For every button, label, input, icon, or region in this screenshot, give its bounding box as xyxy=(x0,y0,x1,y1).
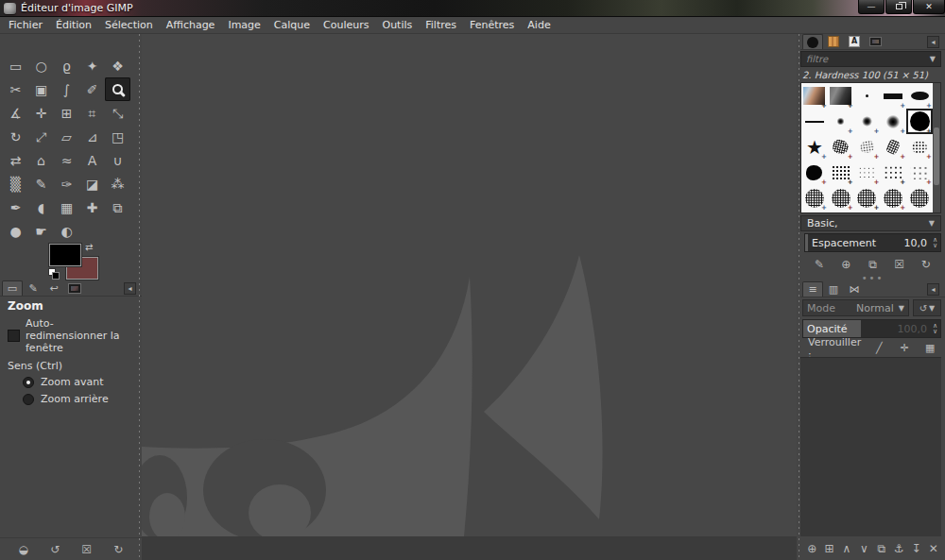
menu-fenetres[interactable]: Fenêtres xyxy=(463,18,521,32)
menu-fichier[interactable]: Fichier xyxy=(2,18,49,32)
new-brush-button[interactable]: ⊕ xyxy=(838,257,853,272)
brush-sparks-3[interactable]: + xyxy=(880,160,906,185)
auto-resize-checkbox[interactable] xyxy=(8,330,20,342)
tool-paintbrush[interactable]: ✑ xyxy=(54,172,79,195)
tool-rectangle-select[interactable]: ▭ xyxy=(3,54,28,77)
merge-layer-button[interactable]: ↧ xyxy=(908,541,923,556)
tool-blur-sharpen[interactable]: ● xyxy=(3,219,28,243)
layer-mode-reset-button[interactable]: ↺ ▼ xyxy=(913,299,941,316)
tool-pencil[interactable]: ✎ xyxy=(28,172,54,195)
tool-bucket-fill[interactable]: ∪ xyxy=(105,148,130,172)
brush-sparks-1[interactable]: + xyxy=(828,160,854,185)
delete-tool-preset-button[interactable]: ☒ xyxy=(79,542,94,557)
brush-texture-2[interactable]: + xyxy=(828,185,854,211)
tool-gradient[interactable]: ▒ xyxy=(3,172,28,195)
tool-measure[interactable]: ∡ xyxy=(3,101,28,125)
brush-acrylic-2[interactable]: + xyxy=(854,134,881,160)
brush-hline[interactable] xyxy=(801,109,828,134)
layer-list[interactable] xyxy=(800,357,941,536)
undo-history-tab[interactable]: ↩ xyxy=(43,280,64,296)
tool-text[interactable]: A xyxy=(79,148,105,172)
lock-alpha-button[interactable]: ▦ xyxy=(922,341,937,356)
device-status-tab[interactable]: ✎ xyxy=(23,280,43,296)
brush-sparks-4[interactable]: + xyxy=(906,160,933,185)
brush-hardness-100[interactable]: + xyxy=(906,109,933,134)
brush-hardness-050[interactable]: + xyxy=(854,109,881,134)
tool-mypaint-brush[interactable]: ◖ xyxy=(28,195,54,219)
brush-filter-input[interactable]: filtre ▼ xyxy=(800,51,941,67)
brush-sparks-2[interactable]: + xyxy=(854,160,881,185)
foreground-color-swatch[interactable] xyxy=(49,244,81,266)
tool-clone[interactable]: ▦ xyxy=(54,195,79,219)
brush-hardness-075[interactable]: + xyxy=(880,109,906,134)
tool-scale[interactable]: ⤢ xyxy=(28,125,54,148)
tool-smudge[interactable]: ☛ xyxy=(28,219,54,243)
brush-clipboard-image[interactable]: + xyxy=(801,83,828,109)
spin-down-icon[interactable]: ∨ xyxy=(933,243,937,248)
menu-aide[interactable]: Aide xyxy=(521,18,557,32)
radio-selected[interactable] xyxy=(23,377,34,388)
menu-affichage[interactable]: Affichage xyxy=(160,18,222,32)
tool-perspective[interactable]: ⊿ xyxy=(79,125,105,148)
new-layer-group-button[interactable]: ⊞ xyxy=(822,541,837,556)
tool-perspective-clone[interactable]: ⧉ xyxy=(105,195,130,219)
tool-dodge-burn[interactable]: ◐ xyxy=(54,219,79,243)
brush-clipboard-mask[interactable]: + xyxy=(828,83,854,109)
patterns-tab[interactable] xyxy=(823,34,844,49)
duplicate-brush-button[interactable]: ⧉ xyxy=(865,257,880,272)
brush-acrylic-4[interactable]: + xyxy=(906,134,933,160)
tool-free-select[interactable]: ϱ xyxy=(54,54,79,77)
menu-edition[interactable]: Édition xyxy=(49,18,98,32)
spacing-slider[interactable]: Espacement 10,0 ∧∨ xyxy=(804,233,941,252)
tool-fuzzy-select[interactable]: ✦ xyxy=(79,54,105,77)
brush-scrollbar[interactable] xyxy=(933,83,940,212)
tool-select-by-color[interactable]: ❖ xyxy=(105,54,130,77)
minimize-button[interactable]: — xyxy=(858,0,885,14)
restore-button[interactable] xyxy=(885,0,912,14)
save-tool-preset-button[interactable]: ◒ xyxy=(16,542,31,557)
brushes-tab-menu-button[interactable]: ◂ xyxy=(927,36,939,48)
tool-flip[interactable]: ⇄ xyxy=(3,148,28,172)
tool-foreground-select[interactable]: ▣ xyxy=(28,77,54,101)
tool-rotate[interactable]: ↻ xyxy=(3,125,28,148)
fonts-tab[interactable]: A xyxy=(844,34,865,49)
refresh-brushes-button[interactable]: ↻ xyxy=(919,257,934,272)
menu-image[interactable]: Image xyxy=(221,18,266,32)
spacing-spinner[interactable]: ∧∨ xyxy=(930,234,940,251)
delete-brush-button[interactable]: ☒ xyxy=(892,257,907,272)
dock-splitter-handle[interactable]: ••• xyxy=(800,275,945,281)
canvas-area[interactable] xyxy=(142,34,797,560)
tool-ink[interactable]: ✒ xyxy=(3,195,28,219)
brush-group-select[interactable]: Basic, ▼ xyxy=(800,215,941,231)
brush-scrollbar-thumb[interactable] xyxy=(934,127,939,186)
brush-acrylic-1[interactable]: + xyxy=(828,134,854,160)
layer-mode-select[interactable]: Mode Normal ▼ xyxy=(802,299,909,316)
brush-texture-5[interactable] xyxy=(906,185,933,211)
brush-texture-3[interactable]: + xyxy=(854,185,881,211)
tool-zoom[interactable] xyxy=(105,77,130,101)
brush-pixel[interactable] xyxy=(854,83,881,109)
brush-hardness-025[interactable]: + xyxy=(828,109,854,134)
tool-airbrush[interactable]: ⁂ xyxy=(105,172,130,195)
tool-color-picker[interactable]: ✐ xyxy=(79,77,105,101)
lock-pixels-button[interactable]: ╱ xyxy=(871,341,886,356)
menu-couleurs[interactable]: Couleurs xyxy=(317,18,375,32)
tool-eraser[interactable]: ◪ xyxy=(79,172,105,195)
edit-brush-button[interactable]: ✎ xyxy=(812,257,827,272)
duplicate-layer-button[interactable]: ⧉ xyxy=(874,541,889,556)
brush-texture-1[interactable]: + xyxy=(801,185,828,211)
default-colors-icon[interactable] xyxy=(48,268,60,280)
restore-tool-preset-button[interactable]: ↺ xyxy=(47,542,62,557)
brush-splatter[interactable]: + xyxy=(801,160,828,185)
opacity-spinner[interactable]: ∧∨ xyxy=(930,320,940,337)
images-tab[interactable] xyxy=(64,280,85,296)
brush-acrylic-3[interactable]: + xyxy=(880,134,906,160)
brush-star[interactable]: ★+ xyxy=(801,134,828,160)
menu-outils[interactable]: Outils xyxy=(375,18,419,32)
menu-calque[interactable]: Calque xyxy=(267,18,317,32)
tool-ellipse-select[interactable]: ○ xyxy=(28,54,54,77)
tool-unified-transform[interactable]: ⤡ xyxy=(105,101,130,125)
delete-layer-button[interactable]: ✕ xyxy=(926,541,941,556)
raise-layer-button[interactable]: ∧ xyxy=(839,541,854,556)
tool-shear[interactable]: ▱ xyxy=(54,125,79,148)
